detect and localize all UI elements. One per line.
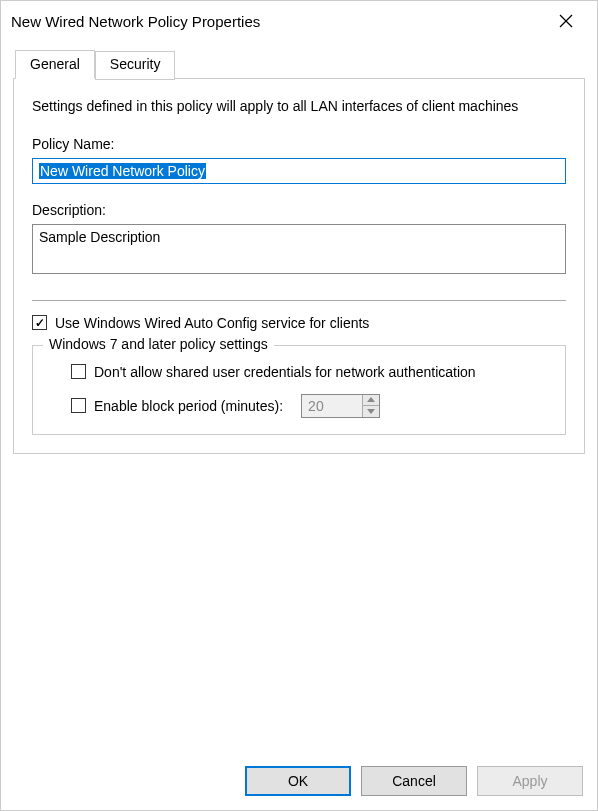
ok-button[interactable]: OK — [245, 766, 351, 796]
chevron-up-icon — [367, 397, 375, 402]
button-bar: OK Cancel Apply — [1, 756, 597, 810]
close-icon — [559, 14, 573, 28]
block-period-input[interactable] — [302, 395, 362, 417]
cancel-button[interactable]: Cancel — [361, 766, 467, 796]
window-title: New Wired Network Policy Properties — [11, 13, 260, 30]
spinner-up-button[interactable] — [363, 395, 379, 406]
tab-strip: General Security — [15, 49, 585, 78]
apply-button[interactable]: Apply — [477, 766, 583, 796]
use-autoconfig-row: Use Windows Wired Auto Config service fo… — [32, 315, 566, 331]
use-autoconfig-checkbox[interactable] — [32, 315, 47, 330]
dont-allow-shared-row: Don't allow shared user credentials for … — [49, 364, 549, 380]
intro-text: Settings defined in this policy will app… — [32, 97, 566, 116]
tab-container: General Security Settings defined in thi… — [13, 49, 585, 454]
description-label: Description: — [32, 202, 566, 218]
tab-general[interactable]: General — [15, 50, 95, 79]
dialog-window: New Wired Network Policy Properties Gene… — [0, 0, 598, 811]
close-button[interactable] — [543, 6, 589, 36]
enable-block-label: Enable block period (minutes): — [94, 398, 283, 414]
svg-marker-3 — [367, 409, 375, 414]
content-area: General Security Settings defined in thi… — [1, 41, 597, 756]
tab-panel-general: Settings defined in this policy will app… — [13, 78, 585, 454]
titlebar: New Wired Network Policy Properties — [1, 1, 597, 41]
description-input[interactable] — [32, 224, 566, 274]
enable-block-checkbox[interactable] — [71, 398, 86, 413]
policy-name-input[interactable] — [32, 158, 566, 184]
spinner-buttons — [362, 395, 379, 417]
policy-name-label: Policy Name: — [32, 136, 566, 152]
use-autoconfig-label: Use Windows Wired Auto Config service fo… — [55, 315, 369, 331]
spinner-down-button[interactable] — [363, 406, 379, 417]
policy-name-input-wrap: New Wired Network Policy — [32, 158, 566, 184]
win7-group: Windows 7 and later policy settings Don'… — [32, 345, 566, 435]
win7-group-legend: Windows 7 and later policy settings — [43, 336, 274, 352]
block-period-spinner — [301, 394, 380, 418]
svg-marker-2 — [367, 397, 375, 402]
dont-allow-shared-checkbox[interactable] — [71, 364, 86, 379]
enable-block-row: Enable block period (minutes): — [49, 394, 549, 418]
divider — [32, 300, 566, 301]
chevron-down-icon — [367, 409, 375, 414]
dont-allow-shared-label: Don't allow shared user credentials for … — [94, 364, 476, 380]
tab-security[interactable]: Security — [95, 51, 176, 80]
